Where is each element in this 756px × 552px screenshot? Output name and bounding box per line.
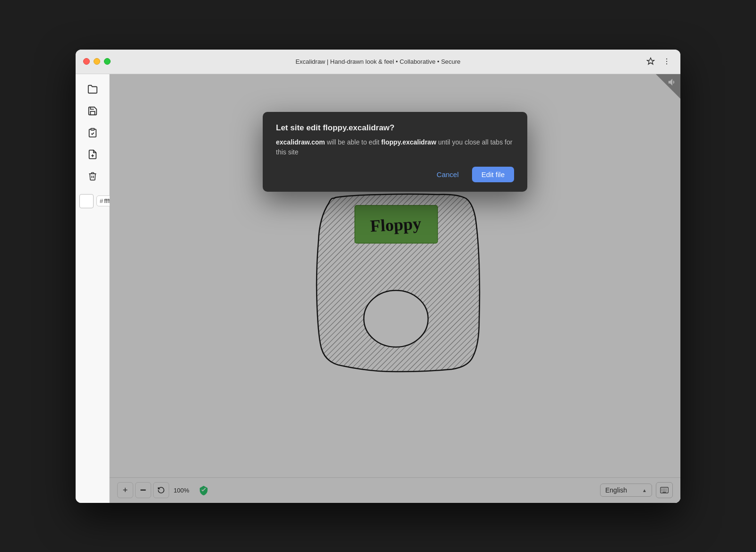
color-swatch[interactable] (79, 194, 94, 208)
cancel-button[interactable]: Cancel (428, 167, 467, 182)
color-section: # (79, 194, 105, 208)
modal-body-file: floppy.excalidraw (381, 138, 436, 146)
svg-point-1 (666, 61, 667, 62)
menu-button[interactable] (661, 55, 673, 68)
modal-title: Let site edit floppy.excalidraw? (276, 123, 514, 133)
delete-button[interactable] (82, 167, 103, 186)
svg-point-0 (666, 59, 667, 59)
export-file-button[interactable] (82, 145, 103, 164)
svg-rect-3 (91, 128, 94, 130)
modal-actions: Cancel Edit file (276, 167, 514, 182)
svg-point-2 (666, 63, 667, 64)
extensions-button[interactable] (644, 55, 657, 68)
traffic-lights (83, 58, 111, 65)
mac-window: Excalidraw | Hand-drawn look & feel • Co… (76, 50, 680, 503)
window-title: Excalidraw | Hand-drawn look & feel • Co… (295, 58, 460, 65)
canvas-area[interactable]: Floppy + (110, 74, 680, 503)
color-hash-symbol: # (100, 197, 103, 204)
title-bar-actions (644, 55, 673, 68)
title-bar: Excalidraw | Hand-drawn look & feel • Co… (76, 50, 680, 74)
maximize-button[interactable] (104, 58, 111, 65)
open-file-button[interactable] (82, 80, 103, 99)
left-toolbar: # (76, 74, 110, 503)
save-file-button[interactable] (82, 102, 103, 120)
app-content: # (76, 74, 680, 503)
edit-file-button[interactable]: Edit file (472, 167, 514, 182)
modal-body: excalidraw.com will be able to edit flop… (276, 137, 514, 157)
modal-overlay: Let site edit floppy.excalidraw? excalid… (110, 74, 680, 503)
modal-dialog: Let site edit floppy.excalidraw? excalid… (263, 112, 527, 192)
minimize-button[interactable] (94, 58, 100, 65)
close-button[interactable] (83, 58, 90, 65)
modal-body-domain: excalidraw.com (276, 138, 325, 146)
export-clipboard-button[interactable] (82, 123, 103, 142)
